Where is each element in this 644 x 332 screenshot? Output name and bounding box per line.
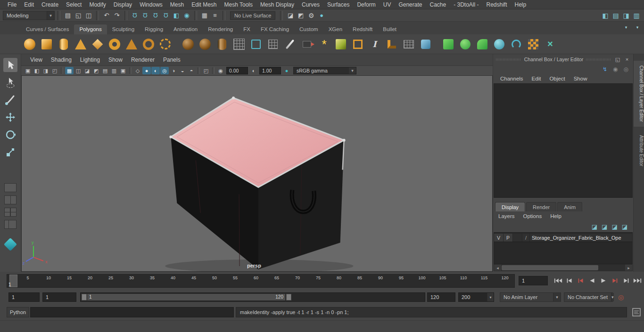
menu-generate[interactable]: Generate: [395, 0, 426, 9]
scale-tool[interactable]: [3, 145, 17, 159]
animation-start-field[interactable]: 1: [42, 292, 76, 302]
shelf-boolean-frame-icon[interactable]: [350, 36, 365, 52]
film-gate-icon[interactable]: ◫: [74, 67, 83, 74]
menu-deform[interactable]: Deform: [353, 0, 379, 9]
layer-visibility-toggle[interactable]: V: [494, 234, 504, 242]
shelf-cylinder-project-icon[interactable]: [214, 36, 230, 52]
chevron-down-icon[interactable]: ▾: [487, 293, 494, 301]
viewport[interactable]: persp y x z: [21, 76, 493, 272]
go-to-end-button[interactable]: [632, 275, 643, 286]
make-live-icon[interactable]: ◉: [182, 11, 191, 20]
shelf-sphere-icon[interactable]: [22, 36, 37, 52]
tab-attribute-editor[interactable]: Attribute Editor: [634, 130, 644, 171]
save-scene-icon[interactable]: ◫: [84, 11, 93, 20]
shelf-cylinder-icon[interactable]: [56, 36, 71, 52]
drag-grip[interactable]: [496, 58, 521, 61]
hyperbolic-slider-icon[interactable]: ◎: [624, 66, 628, 73]
step-back-frame-button[interactable]: [564, 275, 575, 286]
shelf-uv-sphere-icon[interactable]: [197, 36, 213, 52]
shelf-mirror-geometry-icon[interactable]: [491, 36, 507, 52]
channel-list[interactable]: [494, 83, 633, 198]
channelbox-menu-show[interactable]: Show: [570, 76, 592, 81]
menu-display[interactable]: Display: [110, 0, 136, 9]
construction-history-icon[interactable]: ▦: [200, 11, 209, 20]
menu-mesh-tools[interactable]: Mesh Tools: [221, 0, 256, 9]
undo-icon[interactable]: ↶: [102, 11, 111, 20]
layer-row[interactable]: V P / Storage_Organizer_Fabric_Black_Ope: [494, 234, 632, 242]
group-separator[interactable]: [124, 11, 127, 20]
isolate-select-icon[interactable]: ◰: [202, 67, 210, 74]
resolution-gate-icon[interactable]: ◪: [83, 67, 91, 74]
shelf-cube-icon[interactable]: [39, 36, 54, 52]
layer-menu-help[interactable]: Help: [546, 213, 566, 219]
redo-icon[interactable]: ↷: [112, 11, 122, 20]
menu-redshift[interactable]: Redshift: [483, 0, 511, 9]
create-layer-from-selected-icon[interactable]: ◪: [622, 223, 627, 230]
layer-tab-render[interactable]: Render: [526, 202, 556, 211]
safe-title-icon[interactable]: ▣: [119, 67, 127, 74]
move-layer-down-icon[interactable]: ◪: [602, 223, 607, 230]
layer-tab-display[interactable]: Display: [495, 202, 525, 211]
input-connections-icon[interactable]: ≡: [210, 11, 220, 20]
expression-icon[interactable]: ↯: [603, 66, 607, 73]
shelf-tab-redshift[interactable]: Redshift: [347, 24, 378, 34]
panel-menu-lighting[interactable]: Lighting: [76, 57, 104, 63]
panel-menu-view[interactable]: View: [26, 57, 47, 63]
scroll-left-icon[interactable]: ◂: [494, 266, 501, 270]
shelf-tab-polygons[interactable]: Polygons: [74, 24, 107, 34]
render-settings-icon[interactable]: ⚙: [306, 11, 316, 20]
layer-menu-options[interactable]: Options: [519, 213, 546, 219]
animation-end-field[interactable]: 200 ▾: [458, 292, 494, 302]
shelf-plane-icon[interactable]: [231, 36, 247, 52]
panel-menu-shading[interactable]: Shading: [47, 57, 76, 63]
shelf-tab-rigging[interactable]: Rigging: [140, 24, 168, 34]
modeling-toolkit-icon[interactable]: [4, 238, 17, 251]
shelf-pipe-icon[interactable]: [140, 36, 156, 52]
playback-end-field[interactable]: 120: [427, 292, 455, 302]
menu-modify[interactable]: Modify: [85, 0, 109, 9]
rotate-tool[interactable]: [3, 128, 17, 142]
range-handle-end[interactable]: [286, 294, 291, 300]
character-set-dropdown[interactable]: No Character Set ▾: [564, 292, 613, 302]
menu-surfaces[interactable]: Surfaces: [323, 0, 353, 9]
script-editor-icon[interactable]: [632, 308, 641, 317]
shelf-cube-wire-icon[interactable]: [248, 36, 264, 52]
camera-attributes-icon[interactable]: ◨: [41, 67, 50, 74]
popout-icon[interactable]: ◱: [614, 56, 621, 63]
shelf-tab-animation[interactable]: Animation: [168, 24, 203, 34]
layer-tab-anim[interactable]: Anim: [557, 202, 582, 211]
move-layer-up-icon[interactable]: ◪: [592, 223, 597, 230]
layer-color-icon[interactable]: /: [522, 234, 530, 242]
move-tool[interactable]: [3, 110, 17, 124]
scroll-right-icon[interactable]: ▸: [625, 266, 632, 270]
shelf-tab-rendering[interactable]: Rendering: [203, 24, 238, 34]
range-slider[interactable]: 1 120: [80, 292, 425, 302]
shelf-mesh-cleanup-icon[interactable]: ×: [542, 36, 558, 52]
shelf-combine-icon[interactable]: [440, 36, 456, 52]
textured-icon[interactable]: ◐: [151, 67, 160, 74]
shelf-lattice-icon[interactable]: [401, 36, 416, 52]
range-handle-start[interactable]: [82, 294, 87, 300]
snap-to-grid-icon[interactable]: Ω: [130, 11, 140, 20]
menu-3dtoall[interactable]: - 3DtoAll -: [450, 0, 482, 9]
select-tool[interactable]: [3, 58, 17, 72]
step-forward-key-button[interactable]: [609, 275, 620, 286]
snap-to-view-plane-icon[interactable]: ◧: [172, 11, 181, 20]
smooth-shade-icon[interactable]: ●: [142, 67, 151, 74]
shelf-transfer-attributes-icon[interactable]: [525, 36, 541, 52]
shelf-sphere-project-icon[interactable]: [180, 36, 196, 52]
snap-to-curve-icon[interactable]: Ω: [140, 11, 150, 20]
play-backward-button[interactable]: [586, 275, 597, 286]
layer-menu-layers[interactable]: Layers: [494, 213, 519, 219]
panel-menu-panels[interactable]: Panels: [159, 57, 185, 63]
toggle-channel-box-icon[interactable]: ▥: [632, 11, 641, 20]
channelbox-menu-object[interactable]: Object: [545, 76, 569, 81]
h-scrollbar-thumb[interactable]: [502, 265, 598, 270]
shelf-tab-xgen[interactable]: XGen: [323, 24, 347, 34]
group-separator[interactable]: [96, 11, 99, 20]
bookmarks-icon[interactable]: ◧: [33, 67, 41, 74]
shelf-options-icon[interactable]: ▾: [633, 24, 642, 31]
command-input[interactable]: [30, 307, 234, 317]
drag-grip[interactable]: [586, 58, 611, 61]
contrast-icon[interactable]: ◐: [249, 67, 258, 74]
